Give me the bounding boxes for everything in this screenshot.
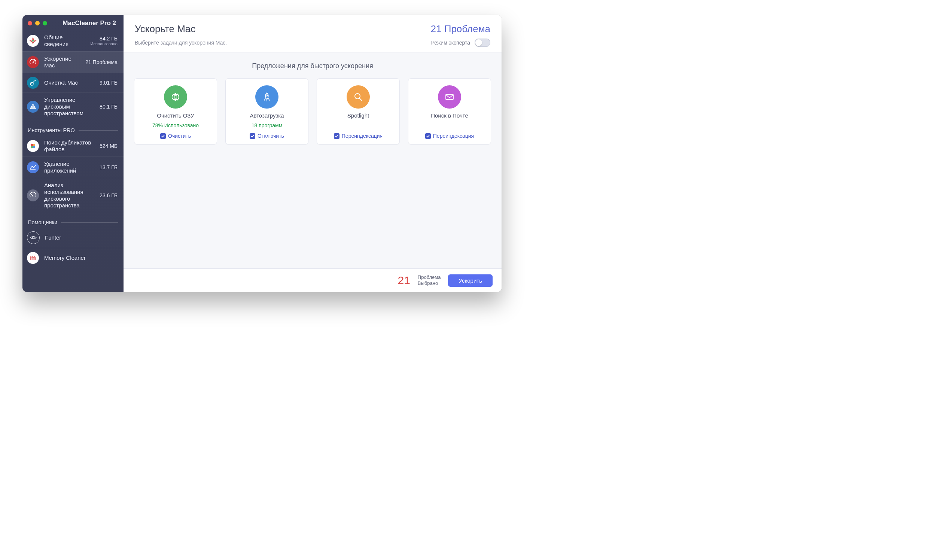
sidebar-section-helpers: Помощники — [23, 212, 123, 228]
card-action-disable[interactable]: Отключить — [250, 133, 284, 139]
card-title: Spotlight — [347, 112, 369, 118]
svg-point-8 — [31, 144, 33, 146]
sidebar: MacCleaner Pro 2 Общие сведения 84.2 ГБ … — [23, 15, 123, 292]
sidebar-section-pro: Инструменты PRO — [23, 120, 123, 135]
card-title: Автозагрузка — [250, 112, 284, 118]
footer-issue-text: Проблема Выбрано — [418, 274, 441, 286]
checkbox-checked-icon — [250, 133, 255, 139]
sidebar-item-memorycleaner[interactable]: m Memory Cleaner — [23, 248, 123, 268]
sidebar-item-label: Общие сведения — [44, 34, 85, 48]
sidebar-item-uninstall[interactable]: Удаление приложений 13.7 ГБ — [23, 157, 123, 178]
svg-line-33 — [360, 98, 362, 101]
expert-mode-toggle[interactable] — [475, 38, 490, 47]
header: Ускорьте Mac 21 Проблема Выберите задачи… — [123, 15, 501, 52]
sidebar-item-value: 13.7 ГБ — [100, 164, 118, 170]
sidebar-item-value: 80.1 ГБ — [100, 104, 118, 110]
app-title: MacCleaner Pro 2 — [47, 20, 118, 27]
page-subtitle: Выберите задачи для ускорения Mac. — [135, 40, 431, 46]
eye-icon — [27, 231, 40, 244]
sidebar-item-label: Ускорение Mac — [44, 55, 80, 69]
svg-rect-16 — [173, 94, 178, 100]
svg-point-4 — [31, 83, 32, 84]
zoom-window-button[interactable] — [43, 21, 47, 25]
chip-icon — [164, 85, 187, 109]
svg-point-30 — [266, 95, 268, 96]
card-action-reindex[interactable]: Переиндексация — [334, 133, 383, 139]
svg-point-10 — [31, 146, 33, 148]
search-icon — [347, 85, 370, 109]
sidebar-item-label: Funter — [45, 234, 118, 241]
minimize-window-button[interactable] — [35, 21, 40, 25]
suggestions-heading: Предложения для быстрого ускорения — [134, 62, 491, 70]
svg-rect-34 — [446, 94, 453, 100]
checkbox-checked-icon — [160, 133, 166, 139]
expert-mode-label: Режим эксперта — [431, 40, 470, 46]
mail-icon — [438, 85, 461, 109]
disk-icon — [27, 101, 39, 113]
footer-issue-count: 21 — [398, 274, 410, 287]
sidebar-item-speedup[interactable]: Ускорение Mac 21 Проблема — [23, 51, 123, 72]
main-panel: Ускорьте Mac 21 Проблема Выберите задачи… — [123, 15, 501, 292]
svg-point-14 — [32, 196, 34, 197]
memory-icon: m — [27, 252, 39, 264]
sidebar-item-diskspace[interactable]: Управление дисковым пространством 80.1 Г… — [23, 92, 123, 120]
card-spotlight[interactable]: Spotlight Переиндексация — [317, 78, 400, 145]
checkbox-checked-icon — [334, 133, 340, 139]
card-clear-ram[interactable]: Очистить ОЗУ 78% Использовано Очистить — [134, 78, 217, 145]
sidebar-item-value: 84.2 ГБ Использовано — [91, 35, 118, 46]
uninstall-icon — [27, 162, 39, 173]
card-status: 18 программ — [252, 122, 283, 129]
card-action-clear[interactable]: Очистить — [160, 133, 191, 139]
speedup-button[interactable]: Ускорить — [448, 274, 493, 287]
issue-count: 21 Проблема — [431, 23, 490, 35]
card-title: Поиск в Почте — [431, 112, 468, 118]
sidebar-item-cleanup[interactable]: Очистка Mac 9.01 ГБ — [23, 72, 123, 92]
card-mail-search[interactable]: Поиск в Почте Переиндексация — [408, 78, 491, 145]
sidebar-item-label: Memory Cleaner — [44, 255, 118, 261]
sidebar-item-value: 524 МБ — [100, 143, 118, 149]
sidebar-item-overview[interactable]: Общие сведения 84.2 ГБ Использовано — [23, 30, 123, 51]
suggestion-cards: Очистить ОЗУ 78% Использовано Очистить А… — [134, 78, 491, 145]
window-controls — [28, 21, 47, 25]
analysis-icon — [27, 189, 39, 202]
page-title: Ускорьте Mac — [135, 23, 431, 35]
sidebar-item-label: Поиск дубликатов файлов — [44, 139, 94, 153]
footer: 21 Проблема Выбрано Ускорить — [123, 268, 501, 292]
card-startup[interactable]: Автозагрузка 18 программ Отключить — [225, 78, 308, 145]
svg-rect-17 — [174, 96, 177, 98]
sidebar-item-value: 23.6 ГБ — [100, 192, 118, 198]
card-title: Очистить ОЗУ — [157, 112, 194, 118]
svg-point-15 — [32, 237, 34, 239]
sidebar-item-label: Удаление приложений — [44, 161, 94, 174]
sidebar-item-funter[interactable]: Funter — [23, 228, 123, 248]
sidebar-item-label: Очистка Mac — [44, 79, 94, 86]
svg-point-2 — [32, 63, 34, 64]
svg-point-11 — [33, 146, 35, 148]
content-area: Предложения для быстрого ускорения Очист… — [123, 52, 501, 268]
sidebar-item-label: Управление дисковым пространством — [44, 97, 94, 117]
app-window: MacCleaner Pro 2 Общие сведения 84.2 ГБ … — [23, 15, 501, 292]
card-status: 78% Использовано — [152, 122, 199, 129]
titlebar: MacCleaner Pro 2 — [23, 15, 123, 30]
card-action-reindex[interactable]: Переиндексация — [425, 133, 474, 139]
sidebar-item-duplicates[interactable]: Поиск дубликатов файлов 524 МБ — [23, 135, 123, 157]
gauge-icon — [27, 56, 39, 68]
svg-point-0 — [32, 40, 34, 42]
close-window-button[interactable] — [28, 21, 32, 25]
duplicates-icon — [27, 140, 39, 152]
sidebar-item-value: 9.01 ГБ — [100, 80, 118, 86]
svg-point-9 — [33, 144, 35, 146]
sidebar-item-diskanalysis[interactable]: Анализ использования дискового пространс… — [23, 178, 123, 212]
vacuum-icon — [27, 77, 39, 89]
sidebar-item-label: Анализ использования дискового пространс… — [44, 182, 94, 209]
rocket-icon — [255, 85, 278, 109]
checkbox-checked-icon — [425, 133, 431, 139]
sidebar-item-value: 21 Проблема — [85, 59, 118, 65]
overview-icon — [27, 35, 39, 47]
